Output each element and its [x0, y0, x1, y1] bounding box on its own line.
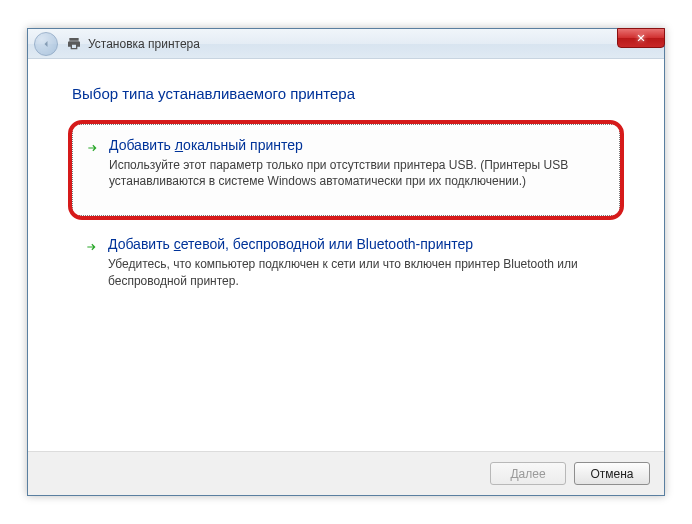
cancel-button[interactable]: Отмена — [574, 462, 650, 485]
option-add-local-printer[interactable]: Добавить локальный принтер Используйте э… — [72, 124, 620, 216]
titlebar: Установка принтера — [28, 29, 664, 59]
option-title: Добавить сетевой, беспроводной или Bluet… — [108, 236, 604, 252]
arrow-right-icon — [84, 239, 100, 255]
next-button: Далее — [490, 462, 566, 485]
option-description: Убедитесь, что компьютер подключен к сет… — [108, 256, 578, 288]
option-description: Используйте этот параметр только при отс… — [109, 157, 579, 189]
wizard-window: Установка принтера Выбор типа устанавлив… — [27, 28, 665, 496]
arrow-left-icon — [40, 38, 52, 50]
printer-icon — [66, 36, 82, 52]
footer-bar: Далее Отмена — [28, 451, 664, 495]
option-add-network-printer[interactable]: Добавить сетевой, беспроводной или Bluet… — [72, 224, 620, 314]
arrow-right-icon — [85, 140, 101, 156]
option-title: Добавить локальный принтер — [109, 137, 603, 153]
window-title: Установка принтера — [88, 37, 200, 51]
back-button[interactable] — [34, 32, 58, 56]
close-button[interactable] — [617, 28, 665, 48]
page-heading: Выбор типа устанавливаемого принтера — [72, 85, 620, 102]
close-icon — [636, 33, 646, 43]
content-area: Выбор типа устанавливаемого принтера Доб… — [28, 59, 664, 315]
